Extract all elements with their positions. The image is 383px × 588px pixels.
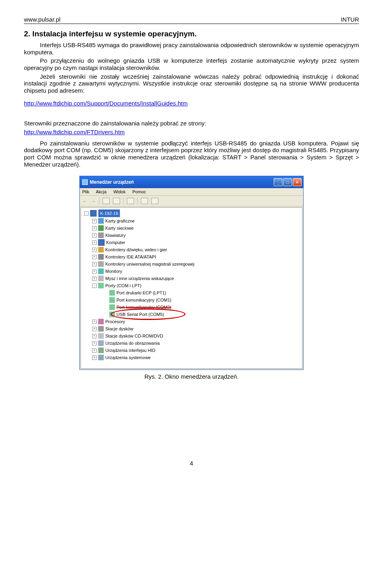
toolbar-icon-1[interactable] xyxy=(103,198,110,204)
tree-node[interactable]: +Karty sieciowe xyxy=(83,224,300,232)
maximize-button[interactable]: □ xyxy=(283,178,292,186)
toolbar-icon-5[interactable] xyxy=(151,198,158,204)
sound-icon xyxy=(98,247,104,252)
tree-node[interactable]: +Kontrolery IDE ATA/ATAPI xyxy=(83,253,300,260)
usb-icon xyxy=(98,261,104,267)
expand-icon xyxy=(103,291,108,295)
tree-node[interactable]: +Kontrolery dźwięku, wideo i gier xyxy=(83,246,300,253)
expand-icon[interactable]: + xyxy=(92,334,97,338)
expand-icon[interactable]: + xyxy=(92,327,97,331)
tree-node[interactable]: +Komputer xyxy=(83,239,300,246)
tree-node[interactable]: Port komunikacyjny (COM1) xyxy=(83,296,300,304)
tree-node[interactable]: Port komunikacyjny (COM2) xyxy=(83,304,300,311)
titlebar: Menedżer urządzeń _ □ × xyxy=(80,176,303,188)
expand-icon[interactable]: - xyxy=(92,284,97,288)
menu-widok[interactable]: Widok xyxy=(113,189,126,194)
tree-root[interactable]: K-192-16 xyxy=(98,209,120,217)
sys-icon xyxy=(98,355,104,360)
tree-node-label: Urządzenia do obrazowania xyxy=(105,340,160,347)
tree-node-label: Urządzenia interfejsu HID xyxy=(105,347,155,354)
toolbar: ← → xyxy=(80,196,303,207)
tree-node[interactable]: USB Serial Port (COM5) xyxy=(83,311,300,318)
forward-button[interactable]: → xyxy=(91,198,96,204)
tree-node[interactable]: +Kontrolery uniwersalnej magistrali szer… xyxy=(83,260,300,268)
kbd-icon xyxy=(98,232,104,238)
close-button[interactable]: × xyxy=(293,178,302,186)
tree-node[interactable]: +Klawiatury xyxy=(83,232,300,239)
port-icon xyxy=(109,304,115,310)
tree-node[interactable]: +Monitory xyxy=(83,268,300,275)
tree-node-label: Kontrolery uniwersalnej magistrali szere… xyxy=(105,260,194,268)
tree-node-label: Kontrolery dźwięku, wideo i gier xyxy=(105,246,167,253)
tree-node-label: Port komunikacyjny (COM2) xyxy=(116,304,172,311)
expand-icon xyxy=(103,306,108,309)
device-tree[interactable]: -K-192-16+Karty graficzne+Karty sieciowe… xyxy=(81,207,302,369)
minimize-button[interactable]: _ xyxy=(274,178,282,186)
window-title: Menedżer urządzeń xyxy=(90,179,134,185)
expand-icon[interactable]: + xyxy=(92,219,97,223)
menu-akcja[interactable]: Akcja xyxy=(96,189,107,194)
tree-node-label: Komputer xyxy=(106,239,125,246)
tree-node[interactable]: +Urządzenia interfejsu HID xyxy=(83,347,300,354)
tree-node[interactable]: +Stacje dysków CD-ROM/DVD xyxy=(83,332,300,340)
paragraph-1: Interfejs USB-RS485 wymaga do prawidłowe… xyxy=(24,42,359,56)
expand-icon[interactable]: + xyxy=(92,248,97,252)
display-icon xyxy=(98,218,104,224)
toolbar-icon-3[interactable] xyxy=(127,198,134,204)
tree-node-label: Port drukarki ECP (LPT1) xyxy=(116,289,166,296)
tree-node-label: Karty sieciowe xyxy=(105,224,134,232)
paragraph-3: Jeżeli sterowniki nie zostały wcześniej … xyxy=(24,73,359,94)
figure-caption: Rys. 2. Okno menedżera urządzeń. xyxy=(24,373,359,380)
header-left: www.pulsar.pl xyxy=(24,16,61,23)
menu-pomoc[interactable]: Pomoc xyxy=(132,189,146,194)
expand-icon xyxy=(103,298,108,302)
tree-node-label: USB Serial Port (COM5) xyxy=(116,311,164,318)
tree-node-label: Kontrolery IDE ATA/ATAPI xyxy=(105,253,156,260)
tree-node[interactable]: Port drukarki ECP (LPT1) xyxy=(83,289,300,296)
expand-icon[interactable]: + xyxy=(92,226,97,230)
header-right: INTUR xyxy=(341,16,359,23)
port-icon xyxy=(109,290,115,296)
expand-icon[interactable]: + xyxy=(92,262,97,266)
toolbar-separator xyxy=(123,197,124,205)
tree-node-label: Urządzenia systemowe xyxy=(105,354,151,361)
toolbar-icon-2[interactable] xyxy=(113,198,120,204)
expand-icon[interactable]: + xyxy=(92,240,97,245)
expand-icon[interactable]: + xyxy=(92,356,97,360)
tree-node-label: Stacje dysków CD-ROM/DVD xyxy=(105,332,163,340)
toolbar-icon-4[interactable] xyxy=(141,198,148,204)
page-number: 4 xyxy=(24,460,359,467)
expand-icon[interactable]: + xyxy=(92,341,97,346)
tree-node[interactable]: +Urządzenia do obrazowania xyxy=(83,340,300,347)
link-install-guides[interactable]: http://www.ftdichip.com/Support/Document… xyxy=(24,100,188,107)
hid-icon xyxy=(98,348,104,353)
tree-node[interactable]: -Porty (COM i LPT) xyxy=(83,282,300,289)
port-icon xyxy=(98,283,104,288)
paragraph-5: Po zainstalowaniu sterowników w systemie… xyxy=(24,140,359,168)
back-button[interactable]: ← xyxy=(82,198,87,204)
expand-icon[interactable]: + xyxy=(92,320,97,324)
expand-icon[interactable]: + xyxy=(92,233,97,238)
tree-node[interactable]: +Mysz i inne urządzenia wskazujące xyxy=(83,275,300,282)
link-ftdrivers[interactable]: http://www.ftdichip.com/FTDrivers.htm xyxy=(24,129,125,135)
menu-bar: Plik Akcja Widok Pomoc xyxy=(80,188,303,196)
expand-icon[interactable]: + xyxy=(92,255,97,259)
toolbar-separator xyxy=(137,197,138,205)
tree-node[interactable]: +Procesory xyxy=(83,318,300,325)
app-icon xyxy=(82,179,88,185)
expand-icon[interactable]: + xyxy=(92,348,97,353)
tree-node-label: Porty (COM i LPT) xyxy=(105,282,141,289)
tree-node[interactable]: +Karty graficzne xyxy=(83,217,300,224)
disk-icon xyxy=(98,326,104,332)
expand-icon[interactable]: + xyxy=(92,269,97,274)
expand-icon[interactable]: + xyxy=(92,276,97,281)
tree-node[interactable]: +Stacje dysków xyxy=(83,325,300,332)
tree-node[interactable]: +Urządzenia systemowe xyxy=(83,354,300,361)
menu-plik[interactable]: Plik xyxy=(82,189,89,194)
paragraph-4: Sterowniki przeznaczone do zainstalowani… xyxy=(24,120,359,127)
tree-node-label: Klawiatury xyxy=(105,232,126,239)
page-header: www.pulsar.pl INTUR xyxy=(24,16,359,24)
net-icon xyxy=(98,225,104,231)
ide-icon xyxy=(98,254,104,260)
port-icon xyxy=(109,312,115,317)
